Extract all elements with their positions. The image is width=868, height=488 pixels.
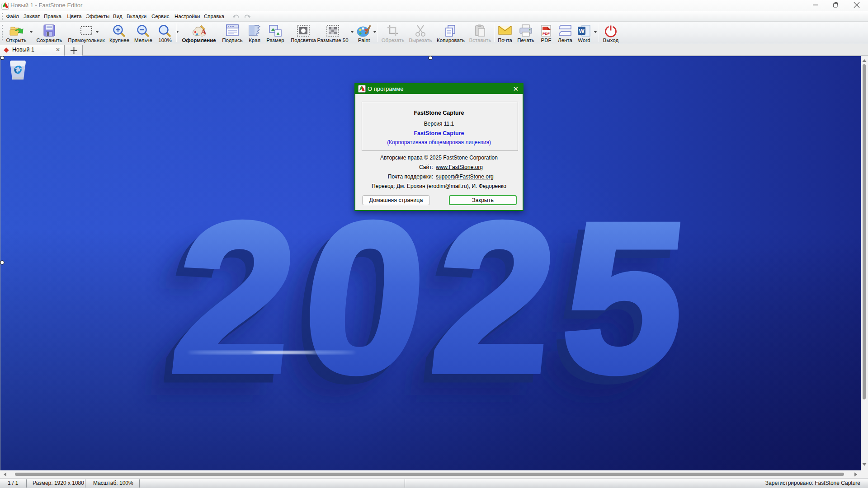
svg-text:2025: 2025 <box>163 178 708 416</box>
svg-text:W: W <box>579 28 585 34</box>
